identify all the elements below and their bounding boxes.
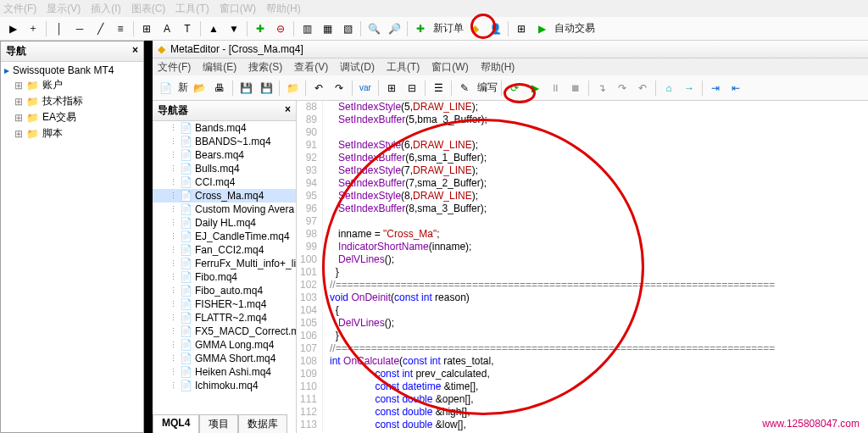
menu-item[interactable]: 编辑(E) bbox=[203, 60, 236, 74]
menu-item[interactable]: 文件(F) bbox=[158, 60, 191, 74]
bars-icon[interactable]: ▥ bbox=[298, 19, 316, 38]
indent-icon[interactable]: ⇥ bbox=[706, 79, 725, 97]
bookmark-next-icon[interactable]: → bbox=[680, 79, 698, 97]
file-item[interactable]: ⋮ 📄 Bears.mq4 bbox=[153, 148, 296, 162]
tab[interactable]: 项目 bbox=[199, 414, 238, 433]
file-item[interactable]: ⋮ 📄 BBANDS~1.mq4 bbox=[153, 135, 296, 148]
tab[interactable]: MQL4 bbox=[153, 414, 199, 433]
compile-icon[interactable]: ✎ bbox=[455, 79, 474, 97]
vline-icon[interactable]: │ bbox=[50, 19, 69, 38]
nav-close-icon[interactable]: × bbox=[132, 44, 138, 58]
menu-item[interactable]: 文件(F) bbox=[3, 2, 36, 15]
run-icon[interactable]: ⟳ bbox=[505, 79, 524, 97]
file-item[interactable]: ⋮ 📄 EJ_CandleTime.mq4 bbox=[153, 230, 296, 243]
open-icon[interactable]: 📂 bbox=[190, 79, 209, 97]
crosshair-icon[interactable]: ＋ bbox=[24, 19, 42, 38]
tree-item[interactable]: ⊞ 📁 脚本 bbox=[3, 125, 142, 142]
undo-icon[interactable]: ↶ bbox=[309, 79, 328, 97]
file-item[interactable]: ⋮ 📄 GMMA Long.mq4 bbox=[153, 338, 296, 352]
stop-icon[interactable]: ⏹ bbox=[566, 79, 585, 97]
saveall-icon[interactable]: 💾 bbox=[257, 79, 275, 97]
file-item[interactable]: ⋮ 📄 CCI.mq4 bbox=[153, 175, 296, 189]
code-text[interactable]: SetIndexStyle(5,DRAW_LINE); SetIndexBuff… bbox=[323, 101, 868, 433]
print-icon[interactable]: 🖶 bbox=[210, 79, 229, 97]
file-item[interactable]: ⋮ 📄 FISHER~1.mq4 bbox=[153, 297, 296, 311]
tab[interactable]: 数据库 bbox=[238, 414, 287, 433]
autotrade-button[interactable]: 自动交易 bbox=[554, 21, 595, 36]
menu-item[interactable]: 工具(T) bbox=[175, 2, 209, 15]
menu-item[interactable]: 工具(T) bbox=[387, 60, 420, 74]
line-icon[interactable]: ▧ bbox=[338, 19, 357, 38]
candles-icon[interactable]: ▦ bbox=[318, 19, 337, 38]
file-item[interactable]: ⋮ 📄 Fan_CCI2.mq4 bbox=[153, 243, 296, 257]
menu-item[interactable]: 窗口(W) bbox=[431, 60, 468, 74]
file-item[interactable]: ⋮ 📄 Heiken Ashi.mq4 bbox=[153, 365, 296, 379]
outdent-icon[interactable]: ⇤ bbox=[726, 79, 745, 97]
fibo-icon[interactable]: ⊞ bbox=[137, 19, 156, 38]
redo-icon[interactable]: ↷ bbox=[330, 79, 348, 97]
menu-item[interactable]: 窗口(W) bbox=[220, 2, 256, 15]
code-editor[interactable]: 8889909192939495969798991001011021031041… bbox=[297, 101, 868, 433]
menu-item[interactable]: 帮助(H) bbox=[481, 60, 515, 74]
file-item[interactable]: ⋮ 📄 Bands.mq4 bbox=[153, 121, 296, 135]
step-out-icon[interactable]: ↶ bbox=[633, 79, 652, 97]
file-item[interactable]: ⋮ 📄 Daily HL.mq4 bbox=[153, 216, 296, 230]
new-order-icon[interactable]: ✚ bbox=[411, 19, 430, 38]
find-icon[interactable]: ☰ bbox=[429, 79, 448, 97]
remove-icon[interactable]: ⊖ bbox=[271, 19, 290, 38]
file-item[interactable]: ⋮ 📄 FLATTR~2.mq4 bbox=[153, 311, 296, 325]
file-item[interactable]: ⋮ 📄 Bulls.mq4 bbox=[153, 162, 296, 175]
navigator-close-icon[interactable]: × bbox=[285, 103, 291, 118]
file-item[interactable]: ⋮ 📄 Cross_Ma.mq4 bbox=[153, 189, 296, 203]
metaeditor-title: MetaEditor - [Cross_Ma.mq4] bbox=[170, 43, 303, 55]
file-item[interactable]: ⋮ 📄 Fibo_auto.mq4 bbox=[153, 284, 296, 297]
file-item[interactable]: ⋮ 📄 FerruFx_Multi_info+_lig bbox=[153, 257, 296, 270]
menu-item[interactable]: 搜索(S) bbox=[248, 60, 282, 74]
menu-item[interactable]: 调试(D) bbox=[340, 60, 375, 74]
new-order-button[interactable]: 新订单 bbox=[433, 21, 464, 36]
mt4-navigator-panel: 导航 × ▸ Swissquote Bank MT4⊞ 📁 账户⊞ 📁 技术指标… bbox=[0, 41, 144, 433]
tree-item[interactable]: ⊞ 📁 技术指标 bbox=[3, 93, 142, 109]
trendline-icon[interactable]: ╱ bbox=[91, 19, 109, 38]
step-in-icon[interactable]: ↴ bbox=[593, 79, 611, 97]
menu-item[interactable]: 插入(I) bbox=[91, 2, 120, 15]
tree-root[interactable]: ▸ Swissquote Bank MT4 bbox=[3, 64, 142, 77]
file-item[interactable]: ⋮ 📄 Ichimoku.mq4 bbox=[153, 379, 296, 392]
new-button[interactable]: 新 bbox=[178, 80, 188, 95]
cursor-icon[interactable]: ▶ bbox=[3, 19, 22, 38]
arrow-down-icon[interactable]: ▼ bbox=[225, 19, 243, 38]
pause-icon[interactable]: ⏸ bbox=[546, 79, 565, 97]
expert-icon[interactable]: 👤 bbox=[486, 19, 504, 38]
label-icon[interactable]: T bbox=[178, 19, 197, 38]
save-icon[interactable]: 💾 bbox=[236, 79, 255, 97]
compile-button[interactable]: 编写 bbox=[477, 80, 498, 95]
folder-icon[interactable]: 📁 bbox=[283, 79, 302, 97]
new-file-icon[interactable]: 📄 bbox=[156, 79, 175, 97]
file-item[interactable]: ⋮ 📄 FX5_MACD_Correct.mq bbox=[153, 325, 296, 338]
file-item[interactable]: ⋮ 📄 GMMA Short.mq4 bbox=[153, 352, 296, 365]
toolbox-icon[interactable]: ⊟ bbox=[403, 79, 421, 97]
hline-icon[interactable]: ─ bbox=[70, 19, 89, 38]
menu-item[interactable]: 帮助(H) bbox=[266, 2, 301, 15]
channel-icon[interactable]: ≡ bbox=[111, 19, 130, 38]
file-item[interactable]: ⋮ 📄 Fibo.mq4 bbox=[153, 270, 296, 284]
var-icon[interactable]: var bbox=[356, 79, 375, 97]
tree-item[interactable]: ⊞ 📁 EA交易 bbox=[3, 109, 142, 125]
menu-item[interactable]: 图表(C) bbox=[131, 2, 166, 15]
metaeditor-icon[interactable]: ◆ bbox=[465, 19, 484, 38]
arrow-up-icon[interactable]: ▲ bbox=[204, 19, 223, 38]
nav-toggle-icon[interactable]: ⊞ bbox=[382, 79, 401, 97]
menu-item[interactable]: 查看(V) bbox=[294, 60, 328, 74]
zoom-out-icon[interactable]: 🔎 bbox=[385, 19, 403, 38]
play-icon[interactable]: ▶ bbox=[526, 79, 544, 97]
zoom-in-icon[interactable]: 🔍 bbox=[364, 19, 383, 38]
step-over-icon[interactable]: ↷ bbox=[613, 79, 632, 97]
text-icon[interactable]: A bbox=[158, 19, 176, 38]
file-item[interactable]: ⋮ 📄 Custom Moving Avera bbox=[153, 203, 296, 216]
menu-item[interactable]: 显示(V) bbox=[47, 2, 81, 15]
options-icon[interactable]: ⊞ bbox=[512, 19, 531, 38]
bookmark-icon[interactable]: ⌂ bbox=[659, 79, 678, 97]
add-icon[interactable]: ✚ bbox=[251, 19, 270, 38]
tree-item[interactable]: ⊞ 📁 账户 bbox=[3, 77, 142, 93]
autotrade-icon[interactable]: ▶ bbox=[532, 19, 551, 38]
